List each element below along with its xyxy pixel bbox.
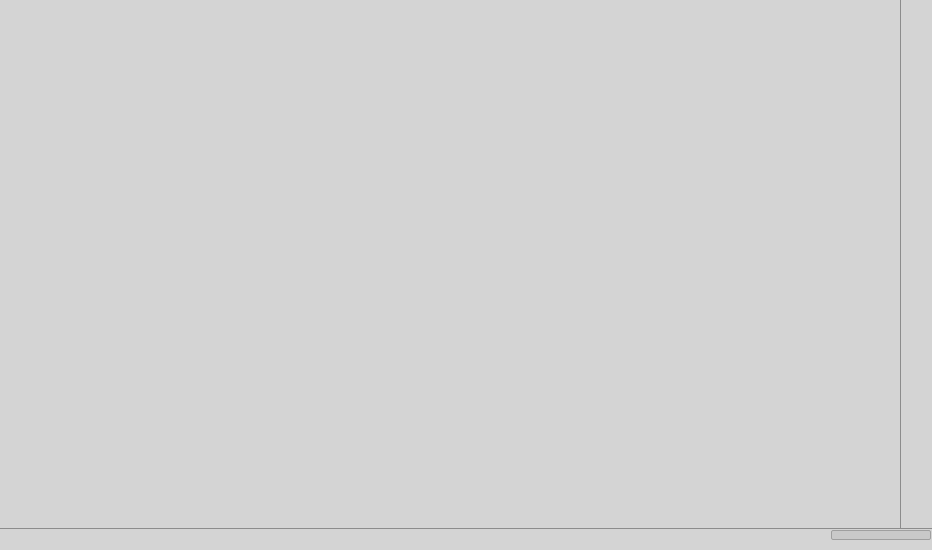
time-axis[interactable] bbox=[0, 528, 932, 550]
trading-chart-window bbox=[0, 0, 932, 550]
axis-corner-box[interactable] bbox=[831, 530, 931, 540]
price-axis[interactable] bbox=[900, 0, 932, 528]
chart-plot-area[interactable] bbox=[0, 0, 902, 528]
